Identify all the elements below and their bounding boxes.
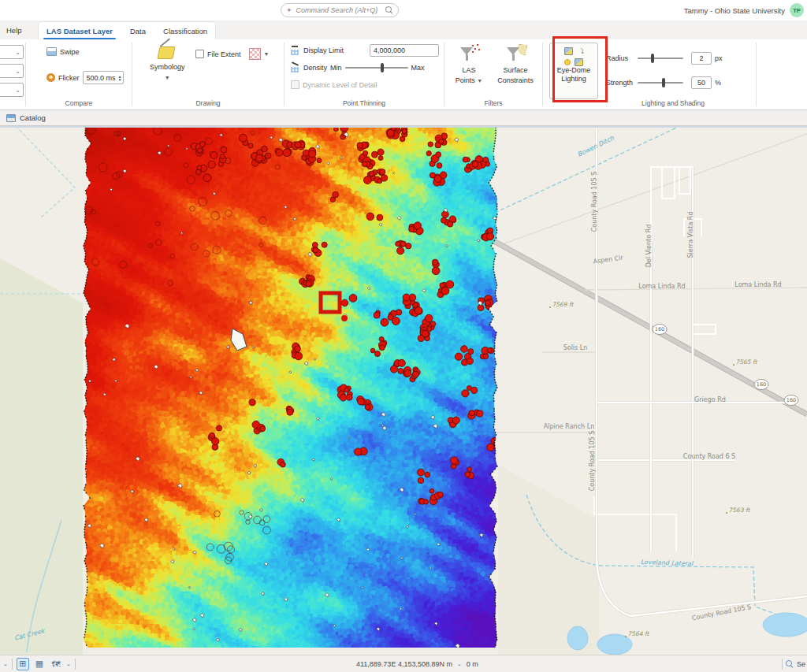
map-label: County Road 105 S: [589, 431, 596, 492]
chevron-down-icon[interactable]: ⌄: [66, 661, 71, 667]
density-label: Density: [303, 64, 327, 72]
user-area[interactable]: Tammy - Ohio State University TP: [684, 0, 804, 20]
map-label: 7569 ft: [552, 301, 575, 308]
surface-constraints-label-1: Surface: [503, 66, 527, 75]
title-bar: ✦ Command Search (Alt+Q) Tammy - Ohio St…: [0, 0, 807, 20]
chevron-down-icon[interactable]: ⌄: [457, 661, 462, 667]
tab-las-dataset-layer[interactable]: LAS Dataset Layer: [46, 22, 113, 40]
status-bar: ⌄ ⊞ ▦ 🗺 ⌄ 411,889.73E 4,153,508.89N m ⌄ …: [0, 655, 807, 672]
map-view[interactable]: 160160160Bowen DitchLoveland LateralCat …: [0, 126, 807, 655]
chevron-down-icon: ▼: [165, 73, 170, 82]
group-label-drawing: Drawing: [132, 99, 284, 107]
arcgis-pro-window: ✦ Command Search (Alt+Q) Tammy - Ohio St…: [0, 0, 807, 672]
flicker-value: 500.0 ms: [87, 74, 116, 82]
command-search-placeholder: Command Search (Alt+Q): [296, 6, 381, 14]
spinner-arrows-icon[interactable]: ▲▼: [118, 75, 122, 81]
extent-color-swatch[interactable]: [249, 48, 261, 60]
map-label: County Road 105 S: [591, 172, 598, 232]
map-label: 7563 ft: [729, 507, 751, 514]
sparkle-icon: ✦: [286, 6, 292, 14]
map-label: Solis Ln: [563, 344, 588, 351]
density-min-label: Min: [330, 64, 342, 72]
catalog-pane-bar: Catalog: [0, 110, 807, 126]
map-label: Sierra Vista Rd: [687, 211, 694, 258]
radius-input[interactable]: 2: [691, 52, 712, 65]
map-label: Griego Rd: [694, 396, 726, 403]
radius-unit: px: [715, 54, 723, 62]
file-extent-checkbox[interactable]: [195, 50, 204, 58]
eye-dome-lighting-button[interactable]: ⤵ Eye-Dome Lighting: [549, 43, 598, 99]
separator: [782, 659, 783, 670]
group-point-thinning: Display Limit 4,000,000 Density Min Max …: [284, 39, 444, 110]
las-points-button[interactable]: LAS Points ▼: [451, 44, 487, 85]
lidar-point-cloud[interactable]: [83, 128, 498, 652]
dynamic-lod-label: Dynamic Level of Detail: [303, 81, 377, 89]
search-icon: [385, 6, 393, 14]
radius-row: Radius 2 px: [606, 52, 723, 65]
tab-help[interactable]: Help: [2, 20, 27, 39]
highway-shield: 160: [655, 326, 664, 332]
catalog-icon: [6, 114, 16, 122]
catalog-tab[interactable]: Catalog: [0, 110, 54, 126]
map-label: Loma Linda Rd: [638, 283, 685, 290]
symbology-icon: [157, 44, 177, 61]
snapping-toggle-icon[interactable]: ⊞: [17, 658, 29, 670]
group-lighting-shading: ⤵ Eye-Dome Lighting Radius 2 px Strength…: [543, 39, 756, 110]
las-points-filter-icon: [457, 44, 481, 65]
chevron-down-icon[interactable]: ▼: [264, 51, 270, 57]
separator: [12, 659, 13, 670]
map-label: 7565 ft: [736, 358, 758, 366]
symbology-label: Symbology: [150, 63, 185, 72]
map-label: Alpine Ranch Ln: [544, 423, 594, 430]
group-label-point-thinning: Point Thinning: [284, 99, 444, 107]
map-tools-icon[interactable]: 🗺: [50, 658, 62, 670]
command-search-input[interactable]: ✦ Command Search (Alt+Q): [281, 3, 399, 17]
density-max-label: Max: [411, 64, 425, 72]
strength-input[interactable]: 50: [691, 76, 712, 89]
ribbon-tab-row: Help LAS Dataset Layer Data Classificati…: [0, 20, 807, 39]
grid-toggle-icon[interactable]: ▦: [33, 658, 46, 670]
chevron-down-icon[interactable]: ⌄: [3, 661, 8, 667]
density-slider[interactable]: [345, 63, 408, 72]
display-limit-icon: [291, 46, 300, 55]
coordinates-readout[interactable]: 411,889.73E 4,153,508.89N m: [356, 660, 452, 668]
flicker-interval-spinner[interactable]: 500.0 ms ▲▼: [83, 71, 125, 84]
flicker-label[interactable]: Flicker: [58, 74, 80, 82]
group-label-filters: Filters: [444, 99, 542, 107]
strength-slider[interactable]: [638, 78, 683, 87]
surface-constraints-button[interactable]: Surface Constraints: [493, 44, 537, 85]
swipe-label: Swipe: [60, 48, 80, 56]
flicker-row: Flicker 500.0 ms ▲▼: [46, 71, 124, 84]
statusbar-right-label[interactable]: Se: [797, 660, 805, 668]
edl-label-1: Eye-Dome: [557, 66, 591, 75]
las-points-label-2: Points ▼: [456, 76, 482, 85]
tab-data[interactable]: Data: [130, 22, 146, 40]
map-label: Loma Linda Rd: [734, 281, 781, 288]
catalog-tab-label: Catalog: [20, 113, 46, 122]
dynamic-lod-row: Dynamic Level of Detail: [291, 80, 377, 89]
highway-shield: 160: [757, 381, 766, 388]
user-name: Tammy - Ohio State University: [684, 6, 785, 15]
density-icon: [291, 63, 300, 72]
map-label: Del Viento Rd: [645, 225, 653, 268]
layer-combo-3[interactable]: ⌄: [0, 83, 24, 97]
layer-combo-1[interactable]: ⌄: [0, 45, 24, 59]
elevation-readout: 0 m: [467, 660, 478, 668]
separator: [75, 659, 76, 670]
tab-classification[interactable]: Classification: [163, 22, 207, 40]
strength-unit: %: [715, 79, 721, 87]
group-separator: [756, 43, 757, 106]
ribbon: ⌄ ⌄ ⌄ Swipe Flicker 500.0 ms ▲▼ Compare: [0, 39, 807, 110]
display-limit-input[interactable]: 4,000,000: [370, 44, 439, 57]
swipe-button[interactable]: Swipe: [46, 47, 80, 56]
file-extent-checkbox-row: File Extent ▼: [195, 48, 269, 60]
layer-combo-2[interactable]: ⌄: [0, 64, 24, 78]
radius-slider[interactable]: [638, 54, 683, 63]
strength-label: Strength: [606, 79, 634, 87]
explore-icon[interactable]: [786, 660, 794, 668]
symbology-button[interactable]: Symbology ▼: [150, 44, 185, 82]
avatar[interactable]: TP: [790, 3, 804, 17]
contextual-tab-group: LAS Dataset Layer Data Classification: [38, 21, 216, 39]
display-limit-row: Display Limit 4,000,000: [291, 46, 344, 55]
display-limit-label: Display Limit: [303, 46, 344, 54]
